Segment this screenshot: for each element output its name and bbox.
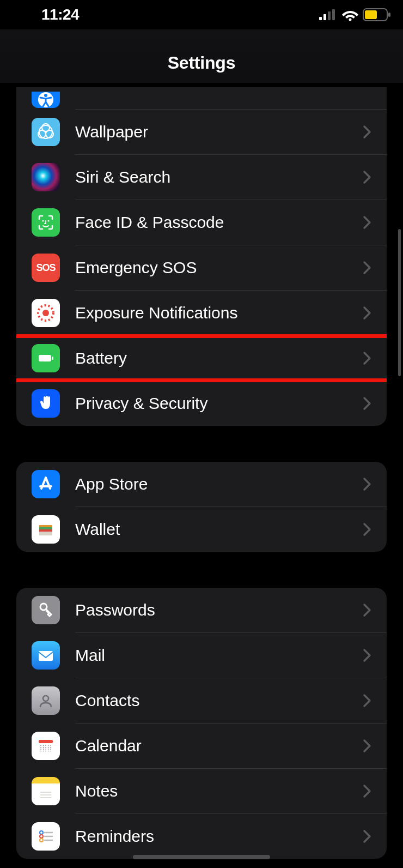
wifi-icon [342, 9, 358, 21]
page-title: Settings [168, 40, 236, 73]
chevron-right-icon [363, 784, 371, 798]
svg-rect-0 [319, 17, 322, 20]
svg-rect-19 [52, 357, 53, 360]
svg-rect-3 [332, 9, 335, 20]
row-label: Wallpaper [75, 123, 363, 141]
chevron-right-icon [363, 396, 371, 411]
svg-rect-2 [328, 11, 331, 20]
svg-rect-23 [39, 532, 52, 535]
settings-row-notes[interactable]: Notes [16, 769, 387, 813]
row-label: Passwords [75, 601, 363, 619]
svg-point-29 [40, 745, 41, 745]
settings-row-face-id-passcode[interactable]: Face ID & Passcode [16, 200, 387, 245]
key-icon [32, 596, 60, 624]
row-label: Reminders [75, 827, 363, 846]
sos-icon: SOS [32, 254, 60, 282]
svg-point-30 [43, 745, 44, 745]
status-time: 11:24 [12, 6, 79, 23]
svg-point-37 [48, 747, 48, 748]
svg-point-35 [43, 747, 44, 748]
settings-row-wallet[interactable]: Wallet [16, 507, 387, 552]
settings-group-store: App StoreWallet [16, 462, 387, 552]
settings-row-accessibility[interactable] [16, 87, 387, 109]
svg-point-33 [50, 745, 51, 745]
svg-point-32 [48, 745, 48, 745]
contacts-icon [32, 686, 60, 715]
svg-point-41 [45, 749, 46, 749]
svg-point-52 [40, 831, 43, 834]
settings-row-calendar[interactable]: Calendar [16, 724, 387, 768]
svg-point-46 [45, 751, 46, 751]
settings-row-wallpaper[interactable]: Wallpaper [16, 110, 387, 154]
settings-group-general: WallpaperSiri & Search Face ID & Passcod… [16, 87, 387, 426]
svg-point-43 [50, 749, 51, 749]
faceid-icon [32, 208, 60, 237]
header: Settings [0, 29, 403, 83]
svg-point-4 [349, 19, 352, 21]
svg-point-15 [48, 220, 50, 222]
hand-icon [32, 389, 60, 418]
settings-row-passwords[interactable]: Passwords [16, 588, 387, 632]
row-label: Battery [75, 349, 363, 367]
settings-row-emergency-sos[interactable]: SOSEmergency SOS [16, 245, 387, 290]
chevron-right-icon [363, 648, 371, 662]
settings-list[interactable]: WallpaperSiri & Search Face ID & Passcod… [0, 87, 403, 859]
settings-row-exposure-notifications[interactable]: Exposure Notifications [16, 291, 387, 335]
settings-row-app-store[interactable]: App Store [16, 462, 387, 507]
row-label: Face ID & Passcode [75, 213, 363, 232]
row-label: Contacts [75, 691, 363, 710]
svg-point-47 [48, 751, 48, 751]
wallet-icon [32, 515, 60, 544]
svg-point-38 [50, 747, 51, 748]
row-label: App Store [75, 475, 363, 493]
svg-point-48 [50, 751, 51, 751]
status-bar: 11:24 [0, 0, 403, 29]
notes-icon [32, 777, 60, 805]
reminders-icon [32, 822, 60, 851]
accessibility-icon [32, 92, 60, 108]
svg-point-39 [40, 749, 41, 749]
svg-point-42 [48, 749, 48, 749]
svg-rect-18 [39, 355, 51, 361]
row-label: Emergency SOS [75, 258, 363, 277]
svg-point-56 [40, 839, 43, 842]
mail-icon [32, 641, 60, 670]
svg-point-17 [42, 310, 49, 316]
battery-icon [363, 8, 391, 21]
wallpaper-icon [32, 118, 60, 146]
svg-rect-25 [39, 651, 53, 661]
chevron-right-icon [363, 522, 371, 537]
exposure-icon [32, 299, 60, 327]
chevron-right-icon [363, 694, 371, 708]
svg-point-9 [44, 94, 47, 97]
settings-row-siri-search[interactable]: Siri & Search [16, 155, 387, 200]
svg-point-14 [42, 220, 44, 222]
chevron-right-icon [363, 477, 371, 491]
settings-row-privacy-security[interactable]: Privacy & Security [16, 381, 387, 426]
svg-rect-1 [323, 14, 326, 20]
svg-point-36 [45, 747, 46, 748]
chevron-right-icon [363, 261, 371, 275]
row-label: Calendar [75, 737, 363, 755]
settings-row-reminders[interactable]: Reminders [16, 814, 387, 859]
svg-rect-6 [365, 10, 377, 19]
settings-row-mail[interactable]: Mail [16, 633, 387, 678]
svg-point-31 [45, 745, 46, 745]
chevron-right-icon [363, 829, 371, 843]
scrollbar[interactable] [398, 229, 401, 376]
cellular-icon [319, 9, 338, 20]
settings-row-contacts[interactable]: Contacts [16, 678, 387, 723]
chevron-right-icon [363, 215, 371, 230]
row-label: Wallet [75, 520, 363, 539]
home-indicator[interactable] [133, 855, 270, 859]
svg-rect-7 [388, 13, 390, 17]
appstore-icon [32, 470, 60, 498]
battery-icon [32, 344, 60, 372]
row-label: Siri & Search [75, 168, 363, 186]
chevron-right-icon [363, 739, 371, 753]
svg-point-45 [43, 751, 44, 751]
svg-point-44 [40, 751, 41, 751]
settings-row-battery[interactable]: Battery [16, 336, 387, 381]
settings-group-apps: PasswordsMailContactsCalendarNotes Remin… [16, 588, 387, 859]
svg-point-54 [40, 835, 43, 838]
